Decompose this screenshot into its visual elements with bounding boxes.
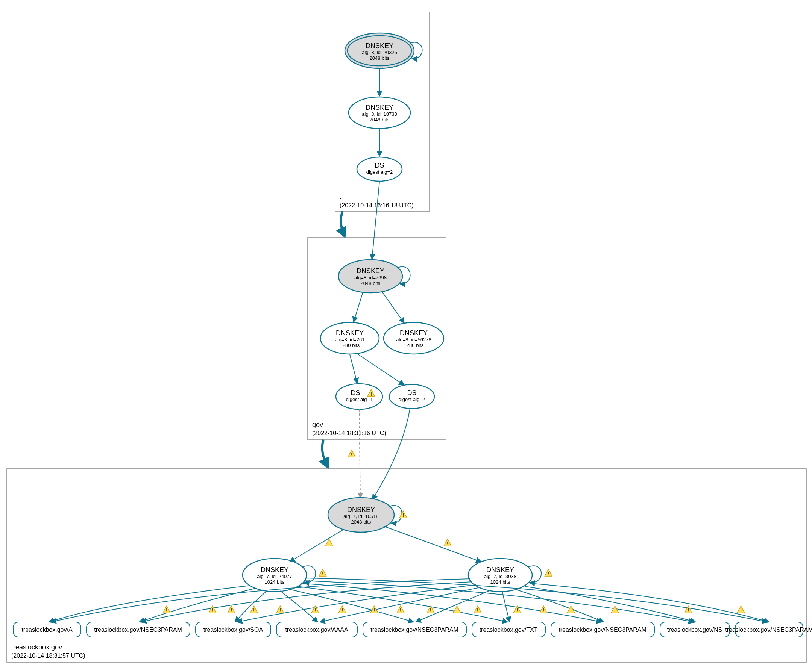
svg-text:DS: DS: [351, 389, 360, 397]
node-root-ds: DS digest alg=2: [357, 157, 402, 181]
dnssec-diagram: ! . (2022-10-14 16:16:18 UTC) DNSKEY alg…: [0, 0, 812, 666]
svg-text:alg=8, id=18733: alg=8, id=18733: [362, 111, 397, 117]
svg-text:DNSKEY: DNSKEY: [336, 329, 364, 337]
svg-text:DNSKEY: DNSKEY: [357, 267, 384, 275]
svg-text:digest alg=1: digest alg=1: [346, 397, 372, 402]
svg-text:2048 bits: 2048 bits: [370, 55, 390, 61]
svg-text:alg=8, id=20326: alg=8, id=20326: [362, 49, 397, 55]
warning-icon: [544, 569, 552, 577]
svg-text:treaslockbox.gov/AAAA: treaslockbox.gov/AAAA: [285, 626, 348, 633]
rrset-2: treaslockbox.gov/SOA: [195, 622, 271, 637]
svg-text:1024 bits: 1024 bits: [490, 579, 510, 585]
svg-text:DNSKEY: DNSKEY: [365, 104, 394, 111]
svg-text:DS: DS: [407, 389, 416, 397]
svg-text:treaslockbox.gov/NSEC3PARAM: treaslockbox.gov/NSEC3PARAM: [94, 626, 182, 633]
zone-treas-timestamp: (2022-10-14 18:31:57 UTC): [11, 653, 85, 659]
node-treas-zsk2: DNSKEY alg=7, id=3038 1024 bits: [468, 559, 532, 592]
warning-icon: [399, 511, 407, 518]
zone-gov-label: gov: [312, 421, 323, 429]
svg-text:treaslockbox.gov/TXT: treaslockbox.gov/TXT: [480, 626, 538, 633]
node-gov-zsk1: DNSKEY alg=8, id=261 1280 bits: [321, 323, 379, 354]
svg-text:DNSKEY: DNSKEY: [261, 566, 288, 574]
svg-text:DNSKEY: DNSKEY: [486, 566, 514, 574]
svg-text:1024 bits: 1024 bits: [265, 579, 285, 585]
rrset-8: treaslockbox.gov/NSEC3PARAM: [725, 622, 812, 637]
node-gov-zsk2: DNSKEY alg=8, id=56278 1280 bits: [384, 323, 444, 354]
svg-text:2048 bits: 2048 bits: [351, 519, 371, 525]
svg-text:treaslockbox.gov/NS: treaslockbox.gov/NS: [667, 626, 723, 633]
node-gov-ksk: DNSKEY alg=8, id=7698 2048 bits: [339, 260, 402, 293]
edge-gov-to-treas: [322, 440, 327, 466]
svg-text:alg=7, id=3038: alg=7, id=3038: [484, 574, 516, 579]
svg-text:treaslockbox.gov/A: treaslockbox.gov/A: [21, 626, 73, 633]
rrset-row: treaslockbox.gov/A treaslockbox.gov/NSEC…: [13, 622, 812, 637]
svg-text:DNSKEY: DNSKEY: [365, 42, 394, 49]
svg-text:DS: DS: [375, 162, 384, 169]
rrset-3: treaslockbox.gov/AAAA: [276, 622, 357, 637]
node-treas-zsk1: DNSKEY alg=7, id=24077 1024 bits: [243, 559, 306, 592]
node-root-ksk: DNSKEY alg=8, id=20326 2048 bits: [345, 33, 414, 68]
rrset-0: treaslockbox.gov/A: [13, 622, 81, 637]
svg-text:treaslockbox.gov/NSEC3PARAM: treaslockbox.gov/NSEC3PARAM: [725, 626, 812, 633]
svg-text:2048 bits: 2048 bits: [370, 117, 390, 122]
edge-root-to-gov: [341, 211, 344, 235]
zone-root-label: .: [340, 193, 341, 201]
rrset-1: treaslockbox.gov/NSEC3PARAM: [86, 622, 190, 637]
warning-icon: [444, 539, 451, 546]
svg-text:1280 bits: 1280 bits: [404, 342, 424, 348]
zone-treas-label: treaslockbox.gov: [11, 643, 62, 651]
svg-text:treaslockbox.gov/NSEC3PARAM: treaslockbox.gov/NSEC3PARAM: [370, 626, 458, 633]
rrset-7: treaslockbox.gov/NS: [660, 622, 729, 637]
sig-edges: [49, 578, 769, 622]
node-gov-ds2: DS digest alg=2: [389, 384, 434, 409]
svg-text:DNSKEY: DNSKEY: [400, 329, 428, 337]
svg-text:digest alg=2: digest alg=2: [366, 169, 393, 175]
zone-root-timestamp: (2022-10-14 16:16:18 UTC): [340, 202, 414, 209]
zone-gov-timestamp: (2022-10-14 18:31:16 UTC): [312, 430, 386, 436]
svg-text:treaslockbox.gov/NSEC3PARAM: treaslockbox.gov/NSEC3PARAM: [559, 626, 647, 633]
rrset-4: treaslockbox.gov/NSEC3PARAM: [363, 622, 466, 637]
svg-text:alg=7, id=24077: alg=7, id=24077: [257, 574, 292, 579]
svg-text:alg=7, id=16518: alg=7, id=16518: [343, 513, 378, 519]
rrset-6: treaslockbox.gov/NSEC3PARAM: [551, 622, 655, 637]
rrset-5: treaslockbox.gov/TXT: [472, 622, 545, 637]
node-treas-ksk: DNSKEY alg=7, id=16518 2048 bits: [328, 498, 394, 532]
svg-text:digest alg=2: digest alg=2: [399, 397, 425, 402]
svg-text:alg=8, id=7698: alg=8, id=7698: [354, 275, 387, 280]
svg-text:DNSKEY: DNSKEY: [347, 506, 375, 513]
svg-text:alg=8, id=56278: alg=8, id=56278: [396, 337, 431, 342]
svg-text:2048 bits: 2048 bits: [361, 280, 380, 286]
svg-text:treaslockbox.gov/SOA: treaslockbox.gov/SOA: [203, 626, 263, 633]
node-gov-ds1: DS digest alg=1: [336, 384, 382, 409]
svg-text:alg=8, id=261: alg=8, id=261: [335, 337, 365, 342]
warning-icon: [319, 569, 326, 577]
svg-text:1280 bits: 1280 bits: [340, 342, 360, 348]
node-root-zsk: DNSKEY alg=8, id=18733 2048 bits: [349, 97, 410, 129]
warning-icon: [348, 450, 356, 457]
